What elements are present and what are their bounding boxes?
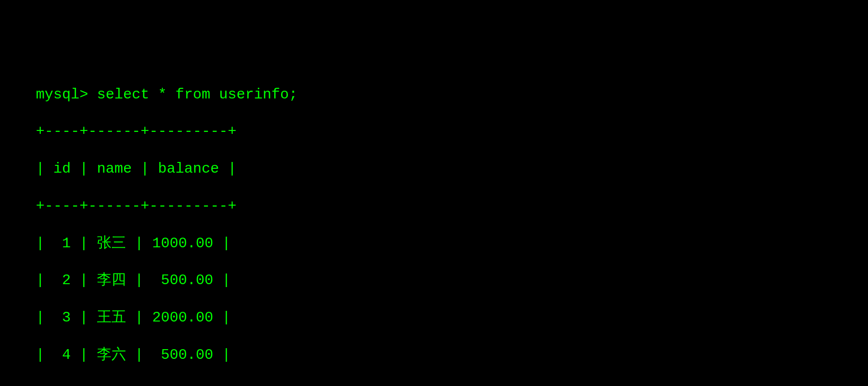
table-border-bot: +----+------+---------+	[36, 383, 832, 386]
table-border-top: +----+------+---------+	[36, 122, 832, 141]
table-row: | 1 | 张三 | 1000.00 |	[36, 234, 832, 253]
table-row: | 4 | 李六 | 500.00 |	[36, 346, 832, 364]
sql-select-1: select * from userinfo;	[97, 86, 298, 103]
table-row: | 3 | 王五 | 2000.00 |	[36, 308, 832, 327]
table-row: | 2 | 李四 | 500.00 |	[36, 271, 832, 290]
cmd-line-1[interactable]: mysql> select * from userinfo;	[36, 85, 832, 104]
table-header: | id | name | balance |	[36, 160, 832, 178]
prompt: mysql>	[36, 86, 97, 103]
table-border-mid: +----+------+---------+	[36, 197, 832, 215]
